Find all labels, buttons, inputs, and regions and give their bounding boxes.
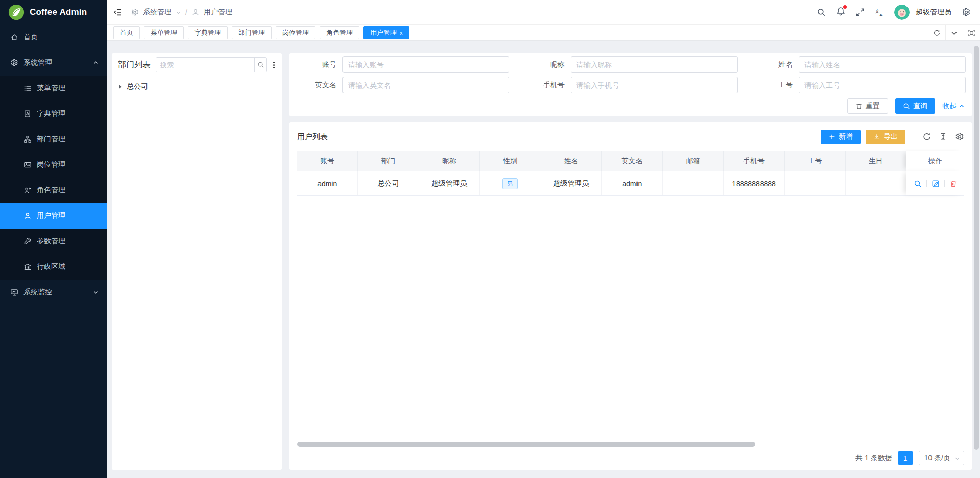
row-height-icon[interactable] — [939, 132, 948, 141]
refresh-tab-button[interactable] — [928, 25, 945, 40]
field-account: 账号 — [296, 56, 509, 73]
breadcrumb-section[interactable]: 系统管理 — [143, 8, 172, 17]
department-tree: 总公司 — [112, 77, 282, 96]
collapse-filter-link[interactable]: 收起 — [942, 102, 965, 111]
tabs-dropdown-button[interactable] — [945, 25, 963, 40]
search-icon[interactable] — [817, 8, 826, 17]
tree-item-head-office[interactable]: 总公司 — [118, 82, 276, 91]
sidebar-item-label: 系统监控 — [23, 288, 52, 297]
delete-icon[interactable] — [949, 180, 958, 188]
field-label: 昵称 — [524, 60, 565, 69]
account-input[interactable] — [342, 56, 509, 73]
sidebar-item-label: 岗位管理 — [37, 160, 65, 169]
sidebar-item-label: 参数管理 — [37, 237, 65, 246]
collapse-sidebar-icon[interactable] — [113, 8, 122, 17]
user-icon — [23, 212, 32, 220]
tab-dept-mgmt[interactable]: 部门管理 — [232, 26, 272, 39]
cell-email — [663, 171, 723, 195]
sidebar-item-home[interactable]: 首页 — [0, 24, 107, 50]
export-button[interactable]: 导出 — [866, 130, 905, 144]
reset-label: 重置 — [866, 102, 880, 111]
fullscreen-icon[interactable] — [855, 8, 865, 17]
sidebar-item-dept-mgmt[interactable]: 部门管理 — [0, 127, 107, 152]
job-number-input[interactable] — [799, 77, 966, 93]
edit-icon[interactable] — [932, 180, 940, 188]
department-search-input[interactable] — [156, 58, 254, 72]
tab-dict-mgmt[interactable]: 字典管理 — [188, 26, 228, 39]
tab-menu-mgmt[interactable]: 菜单管理 — [144, 26, 184, 39]
cell-account: admin — [297, 171, 358, 195]
tab-label: 用户管理 — [370, 28, 397, 37]
tab-label: 菜单管理 — [151, 28, 177, 37]
tab-label: 部门管理 — [238, 28, 265, 37]
english-name-input[interactable] — [342, 77, 509, 93]
column-settings-gear-icon[interactable] — [955, 132, 964, 141]
name-input[interactable] — [799, 56, 966, 73]
sidebar-item-monitor[interactable]: 系统监控 — [0, 280, 107, 305]
caret-right-icon[interactable] — [118, 84, 123, 89]
pagination-total: 共 1 条数据 — [855, 454, 892, 463]
tabbar-controls — [928, 25, 980, 40]
logo-leaf-icon — [8, 4, 24, 20]
settings-gear-icon[interactable] — [962, 8, 971, 17]
user-list-header: 用户列表 新增 导出 — [297, 122, 964, 151]
gear-icon — [10, 59, 18, 67]
search-filter-card: 账号 昵称 姓名 英文名 — [289, 53, 972, 116]
view-icon[interactable] — [914, 180, 922, 188]
department-icon — [23, 135, 32, 143]
username[interactable]: 超级管理员 — [916, 8, 951, 17]
refresh-icon — [933, 29, 941, 37]
sidebar-item-role-mgmt[interactable]: 角色管理 — [0, 178, 107, 203]
field-label: 英文名 — [296, 81, 336, 90]
department-search-button[interactable] — [254, 58, 266, 72]
chevron-down-icon — [950, 29, 958, 37]
search-icon — [903, 103, 910, 110]
tab-home[interactable]: 首页 — [113, 26, 140, 39]
add-user-button[interactable]: 新增 — [821, 130, 861, 144]
chevron-up-icon — [959, 103, 965, 109]
sidebar-item-system[interactable]: 系统管理 — [0, 50, 107, 76]
kebab-menu-icon[interactable] — [272, 60, 276, 70]
tab-close-icon[interactable]: x — [400, 30, 403, 36]
notifications-button[interactable] — [836, 7, 845, 18]
nickname-input[interactable] — [571, 56, 738, 73]
page-1-button[interactable]: 1 — [898, 451, 913, 465]
page-size-select[interactable]: 10 条/页 — [919, 451, 964, 465]
home-icon — [10, 33, 18, 41]
field-label: 工号 — [752, 81, 793, 90]
toolbar-divider — [914, 132, 914, 141]
tab-post-mgmt[interactable]: 岗位管理 — [276, 26, 315, 39]
horizontal-scrollbar-thumb[interactable] — [297, 442, 755, 447]
tree-item-label: 总公司 — [127, 82, 148, 91]
tab-label: 岗位管理 — [282, 28, 309, 37]
tab-role-mgmt[interactable]: 角色管理 — [320, 26, 359, 39]
maximize-icon — [968, 29, 975, 37]
reset-button[interactable]: 重置 — [847, 98, 888, 114]
chevron-up-icon — [93, 60, 99, 66]
sidebar-item-region-mgmt[interactable]: 行政区域 — [0, 254, 107, 280]
search-button[interactable]: 查询 — [895, 98, 935, 114]
sidebar-item-menu-mgmt[interactable]: 菜单管理 — [0, 76, 107, 101]
sidebar-item-label: 字典管理 — [37, 109, 65, 118]
cell-english-name: admin — [602, 171, 663, 195]
refresh-icon[interactable] — [922, 132, 932, 141]
phone-input[interactable] — [571, 77, 738, 93]
translate-icon[interactable]: 文A — [875, 8, 884, 17]
sidebar-item-post-mgmt[interactable]: 岗位管理 — [0, 152, 107, 178]
sidebar-item-user-mgmt[interactable]: 用户管理 — [0, 203, 107, 229]
search-filter-grid: 账号 昵称 姓名 英文名 — [296, 56, 966, 93]
role-icon — [23, 186, 32, 194]
sidebar-item-dict-mgmt[interactable]: 字典管理 — [0, 101, 107, 127]
pagination-bar: 共 1 条数据 1 10 条/页 — [297, 450, 964, 466]
sidebar-submenu-system: 菜单管理 字典管理 部门管理 岗位管理 角色管理 — [0, 76, 107, 280]
avatar[interactable] — [894, 5, 910, 20]
params-icon — [23, 237, 32, 245]
cell-department: 总公司 — [358, 171, 419, 195]
column-header: 手机号 — [724, 151, 785, 171]
tab-user-mgmt[interactable]: 用户管理 x — [363, 26, 409, 39]
maximize-content-button[interactable] — [963, 25, 980, 40]
table-row[interactable]: admin 总公司 超级管理员 男 超级管理员 admin 1888888888… — [297, 171, 964, 196]
breadcrumb-separator: / — [185, 8, 187, 16]
vertical-scrollbar-thumb[interactable] — [974, 46, 979, 450]
sidebar-item-params-mgmt[interactable]: 参数管理 — [0, 229, 107, 254]
